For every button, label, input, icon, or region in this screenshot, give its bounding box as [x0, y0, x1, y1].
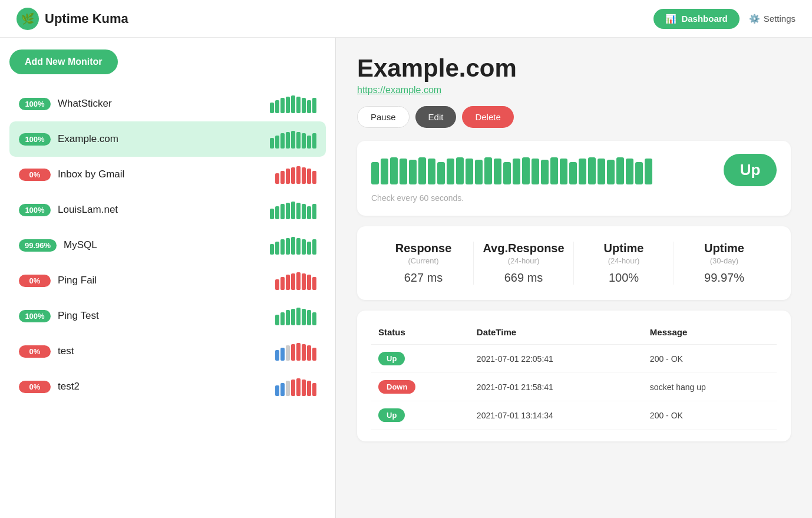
log-col-status: Status — [371, 322, 470, 345]
bar — [275, 279, 279, 290]
settings-button[interactable]: ⚙️ Settings — [749, 14, 796, 24]
bar — [286, 97, 290, 113]
bar — [286, 345, 290, 361]
bar — [296, 378, 301, 396]
bar — [312, 98, 316, 113]
edit-button[interactable]: Edit — [415, 106, 457, 128]
bar — [302, 98, 306, 113]
app-title: Uptime Kuma — [45, 11, 128, 27]
monitor-bars-louislam — [270, 200, 316, 219]
stat-response-label: Response — [374, 242, 473, 255]
status-bar-large — [371, 162, 379, 184]
log-message-cell: socket hang up — [643, 373, 777, 401]
sidebar: Add New Monitor 100%WhatSticker100%Examp… — [0, 38, 336, 518]
monitor-item-left-pingtest: 100%Ping Test — [19, 310, 99, 322]
monitor-name-pingtest: Ping Test — [58, 310, 99, 322]
status-bar-large — [522, 157, 530, 184]
dashboard-label: Dashboard — [681, 14, 727, 24]
bar — [312, 312, 316, 325]
monitor-url[interactable]: https://example.com — [357, 85, 791, 95]
monitor-name-whatsicker: WhatSticker — [58, 98, 112, 110]
bar — [296, 238, 301, 255]
table-row: Up2021-07-01 13:14:34200 - OK — [371, 401, 777, 430]
bar — [296, 166, 301, 184]
table-row: Down2021-07-01 21:58:41socket hang up — [371, 373, 777, 401]
bar — [312, 171, 316, 184]
monitor-bars-pingfail — [275, 271, 316, 290]
bar — [270, 244, 274, 255]
monitor-item-pingfail[interactable]: 0%Ping Fail — [9, 263, 326, 298]
status-bars-row: Up — [371, 154, 777, 186]
dashboard-button[interactable]: 📊 Dashboard — [653, 9, 739, 29]
log-datetime-cell: 2021-07-01 13:14:34 — [470, 401, 643, 430]
bar — [291, 273, 295, 290]
dashboard-icon: 📊 — [665, 14, 676, 24]
add-monitor-button[interactable]: Add New Monitor — [9, 50, 118, 74]
log-message-cell: 200 - OK — [643, 345, 777, 373]
monitor-item-example[interactable]: 100%Example.com — [9, 121, 326, 157]
status-bar-large — [409, 160, 417, 184]
bar — [307, 242, 311, 255]
log-datetime-cell: 2021-07-01 22:05:41 — [470, 345, 643, 373]
stat-uptime24-sublabel: (24-hour) — [574, 256, 674, 265]
bar — [312, 383, 316, 396]
bar — [291, 167, 295, 184]
monitor-title: Example.com — [357, 54, 791, 83]
monitor-item-mysql[interactable]: 99.96%MySQL — [9, 227, 326, 263]
stat-uptime24-label: Uptime — [574, 242, 674, 255]
log-status-cell: Up — [371, 401, 470, 430]
monitor-item-test2[interactable]: 0%test2 — [9, 369, 326, 404]
monitor-item-left-test2: 0%test2 — [19, 381, 80, 393]
table-row: Up2021-07-01 22:05:41200 - OK — [371, 345, 777, 373]
monitor-item-test[interactable]: 0%test — [9, 334, 326, 369]
monitor-item-inboxgmail[interactable]: 0%Inbox by Gmail — [9, 157, 326, 192]
status-bar-large — [418, 157, 426, 184]
monitor-item-left-whatsicker: 100%WhatSticker — [19, 98, 112, 110]
log-status-cell: Up — [371, 345, 470, 373]
status-bar-large — [503, 162, 511, 184]
monitor-bars-test2 — [275, 377, 316, 396]
bar — [275, 242, 279, 255]
status-bar-large — [541, 160, 549, 184]
status-bar-large — [456, 157, 464, 184]
stat-uptime24-value: 100% — [574, 271, 674, 285]
log-status-badge: Up — [378, 408, 405, 422]
status-bar-large — [626, 159, 633, 184]
status-bar-large — [635, 162, 643, 184]
pause-button[interactable]: Pause — [357, 106, 410, 128]
delete-button[interactable]: Delete — [462, 106, 513, 128]
bar — [302, 133, 306, 149]
stat-avg-response: Avg.Response (24-hour) 669 ms — [474, 242, 574, 285]
status-bar-large — [400, 159, 407, 184]
stat-uptime30: Uptime (30-day) 99.97% — [674, 242, 774, 285]
stat-uptime24: Uptime (24-hour) 100% — [574, 242, 674, 285]
monitor-name-mysql: MySQL — [64, 239, 97, 251]
stat-avg-response-value: 669 ms — [474, 271, 573, 285]
log-status-cell: Down — [371, 373, 470, 401]
stats-card: Response (Current) 627 ms Avg.Response (… — [357, 226, 791, 300]
up-badge: Up — [724, 154, 777, 186]
status-bar-large — [428, 159, 435, 184]
bar — [296, 97, 301, 113]
monitor-item-whatsicker[interactable]: 100%WhatSticker — [9, 86, 326, 121]
bar — [291, 131, 295, 149]
bar — [312, 133, 316, 149]
monitor-item-louislam[interactable]: 100%LouisLam.net — [9, 192, 326, 227]
status-bar-large — [484, 157, 492, 184]
bar — [307, 310, 311, 325]
bar — [280, 348, 285, 361]
bar — [312, 277, 316, 290]
monitor-item-pingtest[interactable]: 100%Ping Test — [9, 298, 326, 334]
status-bar-large — [616, 157, 624, 184]
bar — [275, 350, 279, 361]
stat-response-sublabel: (Current) — [374, 256, 473, 265]
status-bar-large — [560, 159, 567, 184]
bar — [280, 133, 285, 149]
status-bar-large — [532, 159, 539, 184]
log-card: Status DateTime Message Up2021-07-01 22:… — [357, 311, 791, 441]
bar — [312, 239, 316, 255]
monitor-bars-inboxgmail — [275, 165, 316, 184]
stat-avg-response-label: Avg.Response — [474, 242, 573, 255]
status-bar-large — [579, 159, 586, 184]
status-bar-large — [466, 159, 473, 184]
